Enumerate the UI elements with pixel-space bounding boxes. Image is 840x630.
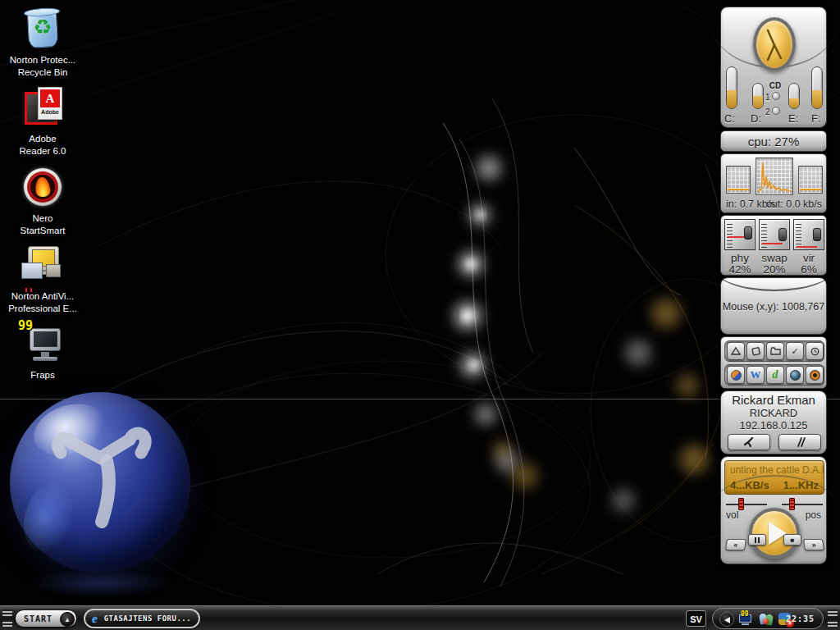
eject-icon: [731, 347, 741, 355]
nero-icon: [21, 167, 64, 209]
stop-button[interactable]: ■: [783, 534, 801, 546]
net-activity-trace: [756, 158, 792, 194]
launcher-button-app5[interactable]: [806, 366, 824, 384]
network-panel: in: 0.7 kb/s out: 0.0 kb/s: [720, 153, 827, 213]
fraps-fps-badge: 99: [18, 318, 33, 333]
fraps-tray-icon[interactable]: 99: [739, 612, 753, 626]
icon-label: Fraps: [0, 369, 85, 381]
speaker-icon: [724, 617, 730, 623]
launcher-button-eject[interactable]: [727, 342, 745, 360]
clock-icon: [810, 347, 819, 356]
launcher-button-clock[interactable]: [806, 342, 824, 360]
user-action-button-2[interactable]: [778, 434, 821, 450]
fraps-icon: 99: [21, 323, 64, 366]
drive-d-fill: [753, 96, 763, 108]
launcher-button-folder[interactable]: [766, 342, 784, 360]
nav-pulse-line: [24, 288, 41, 292]
orb-reflection: [28, 569, 172, 597]
icon-label: NeroStartSmart: [0, 212, 85, 237]
gauge-ticks: [727, 221, 733, 248]
swirl-app-icon: [731, 370, 742, 381]
pause-icon: [755, 537, 756, 543]
mouse-panel: Mouse (x,y): 1008,767: [720, 277, 827, 335]
adobe-a-logo: A: [40, 89, 60, 107]
pause-button[interactable]: [748, 534, 766, 546]
orb-glyph-icon: [49, 423, 156, 538]
forward-icon: »: [811, 541, 816, 549]
desktop-icon-adobe-reader[interactable]: A Adobe AdobeReader 6.0: [0, 87, 85, 158]
computer-name: RICKARD: [721, 407, 826, 419]
taskbar-left-grip2: [2, 620, 12, 627]
launcher-panel: ✓ W d: [720, 336, 827, 389]
desktop-icon-fraps[interactable]: 99 Fraps: [0, 323, 85, 381]
gauge-knob: [778, 228, 787, 241]
net-left-baseline: [728, 189, 749, 190]
slashes-icon: [794, 437, 806, 447]
drive-c-label: C:: [724, 112, 735, 125]
cd2-label: 2: [765, 107, 770, 116]
recycle-symbol-icon: ♻: [21, 15, 64, 40]
globe-app-icon: [790, 370, 801, 381]
taskbar-task-gtasajtens[interactable]: e GTASAJTENS FORU...: [84, 609, 200, 628]
drive-d-label: D:: [751, 112, 761, 125]
fraps-screen: [34, 331, 57, 347]
drive-f-label: F:: [811, 112, 821, 125]
net-right-baseline: [800, 189, 821, 190]
rewind-button[interactable]: «: [725, 539, 746, 550]
rewind-icon: «: [733, 541, 738, 549]
user-full-name: Rickard Ekman: [721, 393, 826, 407]
launcher-button-app1[interactable]: [727, 366, 745, 384]
clock-hands-icon: [756, 21, 792, 68]
panel-arch: [713, 242, 836, 291]
drive-e-gauge: [788, 83, 800, 109]
launcher-row-1: ✓: [724, 340, 824, 362]
nav-tower: [46, 264, 61, 277]
drive-e-fill: [789, 98, 799, 108]
track-title: unting the cattle D.A.I: [730, 464, 824, 476]
desktop-icon-norton-antivirus[interactable]: Norton AntiVi...Professional E...: [0, 244, 85, 315]
desktop: ♻ Norton Protec...Recycle Bin A Adobe Ad…: [0, 0, 840, 630]
icon-label: AdobeReader 6.0: [0, 133, 85, 158]
start-arrow-icon: ▲: [60, 612, 75, 627]
messenger-tray-icon[interactable]: [759, 612, 774, 627]
folder-icon: [770, 347, 781, 355]
drive-e-label: E:: [788, 112, 798, 125]
volume-tray-icon[interactable]: [719, 612, 734, 627]
desktop-icon-recycle-bin[interactable]: ♻ Norton Protec...Recycle Bin: [0, 8, 85, 79]
launcher-button-app3[interactable]: d: [766, 366, 784, 384]
forward-button[interactable]: »: [803, 539, 824, 550]
drive-c-fill: [727, 90, 737, 109]
stop-icon: ■: [791, 536, 795, 544]
taskbar-left-grip: [2, 609, 12, 616]
cd1-indicator: [772, 92, 780, 100]
norton-antivirus-icon: [21, 244, 64, 287]
gauge-knob: [744, 226, 752, 240]
language-indicator[interactable]: SV: [686, 610, 706, 627]
drive-f-fill: [812, 90, 822, 109]
launcher-button-app2[interactable]: W: [746, 366, 765, 384]
taskbar-right-grip: [828, 609, 838, 616]
blue-orb-logo: [10, 392, 190, 573]
start-button[interactable]: START ▲: [15, 609, 77, 628]
start-button-label: START: [24, 614, 52, 623]
launcher-button-check[interactable]: ✓: [786, 342, 804, 360]
cpu-usage-text: cpu: 27%: [721, 135, 826, 148]
green-d-app-icon: d: [773, 368, 778, 381]
launcher-button-note[interactable]: [746, 342, 765, 360]
icon-label: Norton Protec...Recycle Bin: [0, 54, 85, 79]
clock-drives-panel: CD 1 2 C: D: E: F:: [720, 7, 827, 128]
cd2-indicator: [772, 107, 780, 115]
user-action-button-1[interactable]: [728, 434, 770, 450]
system-tray: 99 × 22:35: [712, 608, 824, 629]
claw-icon: [743, 437, 755, 447]
play-button[interactable]: [749, 508, 800, 559]
launcher-button-app4[interactable]: [786, 366, 804, 384]
taskbar-right-grip2: [828, 620, 838, 627]
fraps-tray-badge: 99: [741, 610, 749, 618]
ip-address: 192.168.0.125: [721, 419, 826, 431]
icon-label: Norton AntiVi...Professional E...: [0, 290, 85, 315]
cd1-label: 1: [765, 93, 770, 102]
media-player-panel: unting the cattle D.A.I 4...KB/s 1...KHz…: [720, 456, 827, 564]
desktop-icon-nero[interactable]: NeroStartSmart: [0, 167, 85, 237]
taskbar-clock[interactable]: 22:35: [786, 614, 815, 623]
